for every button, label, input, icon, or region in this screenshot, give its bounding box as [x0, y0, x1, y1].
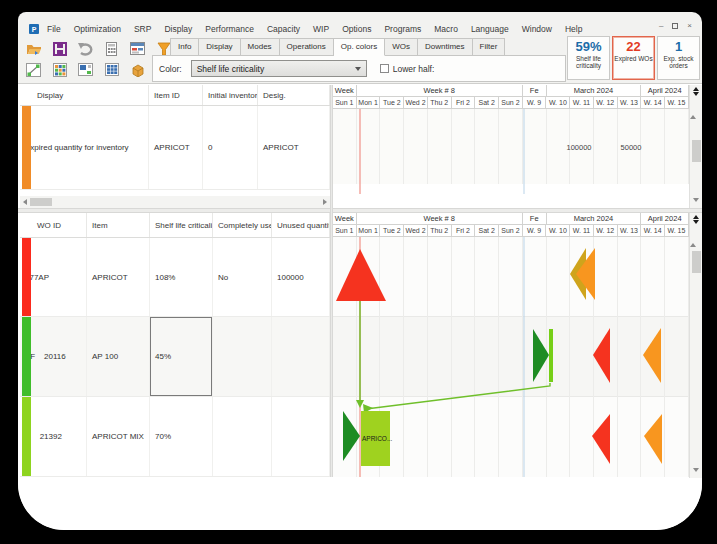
column-header-display[interactable]: Display [20, 85, 149, 105]
calculator-icon[interactable] [101, 39, 122, 58]
table-row[interactable]: 877APAPRICOT108%No100000 [20, 238, 330, 317]
column-header-shelf-life-criticality[interactable]: Shelf life criticality [150, 213, 213, 237]
work-orders-table: WO IDItemShelf life criticalityCompletel… [20, 213, 330, 477]
vertical-scrollbar[interactable] [689, 213, 702, 478]
undo-icon[interactable] [75, 39, 96, 58]
menu-item-language[interactable]: Language [471, 24, 509, 34]
vertical-scrollbar[interactable] [689, 85, 702, 208]
timeline-day-tue-2: Tue 2 [380, 97, 404, 109]
split-handle-icon[interactable] [690, 213, 702, 226]
minimize-icon[interactable]: – [659, 22, 663, 30]
column-header-item[interactable]: Item [87, 213, 150, 237]
blue-grid-icon[interactable] [101, 60, 122, 79]
tab-filter[interactable]: Filter [473, 38, 506, 56]
late-marker-877ap[interactable] [336, 249, 386, 301]
save-icon[interactable] [49, 39, 70, 58]
menu-item-srp[interactable]: SRP [134, 24, 151, 34]
menu-items: FileOptimizationSRPDisplayPerformanceCap… [47, 24, 595, 34]
scroll-left-arrow[interactable] [23, 199, 27, 205]
column-header-initial-inventory[interactable]: Initial inventory [203, 85, 258, 105]
scroll-down-arrow[interactable] [693, 468, 699, 472]
menu-item-help[interactable]: Help [565, 24, 582, 34]
timeline-day-w-13: W. 13 [618, 225, 642, 237]
table-row[interactable]: Expired quantity for inventoryAPRICOT0AP… [20, 106, 330, 190]
column-header-item-id[interactable]: Item ID [149, 85, 203, 105]
tab-op-colors[interactable]: Op. colors [334, 38, 385, 56]
menu-item-optimization[interactable]: Optimization [74, 24, 121, 34]
work-orders-gantt-body[interactable]: APRICO... [333, 237, 689, 477]
package-icon[interactable] [127, 60, 148, 79]
cell-item: APRICOT [87, 238, 150, 316]
split-handle-icon[interactable] [690, 85, 702, 98]
due-marker-orange-row3[interactable] [644, 414, 662, 464]
tab-operations[interactable]: Operations [280, 38, 334, 56]
menu-item-programs[interactable]: Programs [384, 24, 421, 34]
lower-half-checkbox[interactable] [380, 64, 389, 73]
scrollbar-thumb[interactable] [692, 251, 701, 273]
scroll-up-arrow[interactable] [690, 98, 696, 119]
close-icon[interactable]: × [687, 22, 692, 30]
menu-item-performance[interactable]: Performance [205, 24, 254, 34]
due-marker-orange-row2[interactable] [643, 328, 661, 383]
menu-item-wip[interactable]: WIP [313, 24, 329, 34]
due-marker-red-row3[interactable] [592, 414, 610, 464]
column-header-completely-used[interactable]: Completely used [213, 213, 272, 237]
start-marker-r21392[interactable] [343, 411, 360, 461]
start-marker-pf20116[interactable] [533, 329, 549, 382]
timeline-day-w-14: W. 14 [641, 97, 665, 109]
link-chart-icon[interactable] [23, 60, 44, 79]
menu-item-window[interactable]: Window [522, 24, 552, 34]
menu-item-capacity[interactable]: Capacity [267, 24, 300, 34]
planning-board-icon[interactable] [127, 39, 148, 58]
cell-unused-quantity [272, 317, 330, 396]
menu-item-macro[interactable]: Macro [434, 24, 458, 34]
application-window: P FileOptimizationSRPDisplayPerformanceC… [18, 12, 702, 530]
cell-completely-used: No [213, 238, 272, 316]
timeline-day-w-15: W. 15 [665, 225, 689, 237]
column-header-desig[interactable]: Desig. [258, 85, 330, 105]
timeline-day-wed-2: Wed 2 [404, 97, 428, 109]
menu-item-options[interactable]: Options [342, 24, 371, 34]
menu-item-file[interactable]: File [47, 24, 61, 34]
inventory-table: DisplayItem IDInitial inventoryDesig.Exp… [20, 85, 330, 208]
due-marker-red-row2[interactable] [593, 328, 610, 383]
restore-icon[interactable] [672, 23, 678, 29]
timeline-day-w-10: W. 10 [546, 225, 570, 237]
stat-shelf-life-criticality[interactable]: 59%Shelf life criticality [567, 36, 610, 80]
tab-modes[interactable]: Modes [241, 38, 280, 56]
stat-label: Exp. stock orders [658, 55, 699, 69]
kpi-badges: 59%Shelf life criticality22Expired WOs1E… [567, 36, 700, 80]
column-header-wo-id[interactable]: WO ID [20, 213, 87, 237]
timeline-month-week-8: Week # 8 [357, 213, 523, 225]
scroll-up-arrow[interactable] [690, 226, 696, 247]
horizontal-scrollbar[interactable] [20, 196, 330, 208]
quantity-label: 100000 [566, 143, 591, 152]
scrollbar-thumb[interactable] [692, 140, 701, 162]
op-bar-pf20116[interactable] [549, 329, 553, 382]
color-dropdown[interactable]: Shelf life criticality [191, 60, 367, 77]
scroll-down-arrow[interactable] [693, 198, 699, 202]
timeline-month-april-2024: April 2024 [641, 85, 688, 97]
status-color-bar [22, 238, 31, 316]
layout-view-icon[interactable] [75, 60, 96, 79]
connector-arrowhead-down[interactable] [356, 400, 364, 408]
app-logo-icon[interactable]: P [29, 24, 39, 34]
colored-matrix-icon[interactable] [49, 60, 70, 79]
stat-expired-wos[interactable]: 22Expired WOs [612, 36, 655, 80]
stat-exp-stock-orders[interactable]: 1Exp. stock orders [657, 36, 700, 80]
timeline-day-w-10: W. 10 [546, 97, 570, 109]
timeline-day-w-9: W. 9 [523, 97, 547, 109]
scroll-right-arrow[interactable] [323, 199, 327, 205]
tab-info[interactable]: Info [170, 38, 199, 56]
tab-wos[interactable]: WOs [385, 38, 418, 56]
table-row[interactable]: R 21392APRICOT MIX70% [20, 397, 330, 477]
cell-shelf-life-criticality: 45% [150, 317, 213, 396]
menu-item-display[interactable]: Display [164, 24, 192, 34]
open-folder-icon[interactable] [23, 39, 44, 58]
inventory-gantt-body[interactable]: 10000050000 [333, 109, 689, 194]
scrollbar-thumb[interactable] [30, 198, 52, 206]
column-header-unused-quantity[interactable]: Unused quantity [272, 213, 330, 237]
table-row[interactable]: PF 20116AP 10045% [20, 317, 330, 397]
tab-downtimes[interactable]: Downtimes [418, 38, 473, 56]
tab-display[interactable]: Display [199, 38, 240, 56]
